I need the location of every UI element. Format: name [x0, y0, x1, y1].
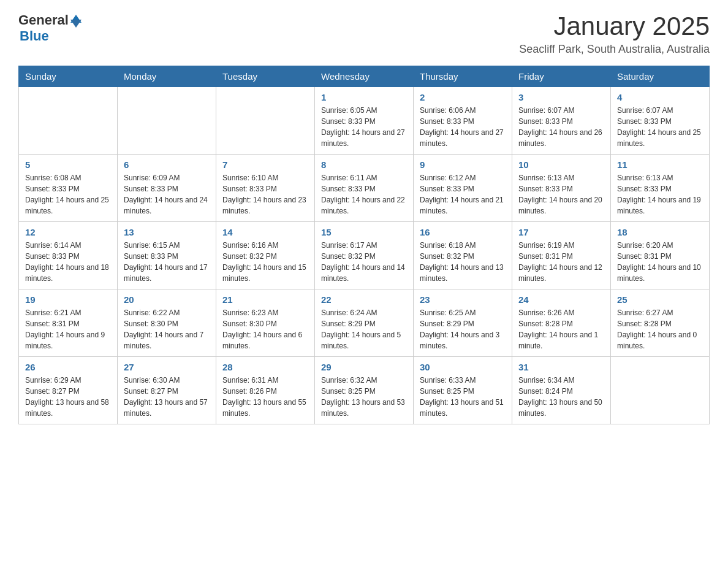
logo-text-blue: Blue: [20, 28, 49, 44]
calendar-header-row: Sunday Monday Tuesday Wednesday Thursday…: [19, 66, 710, 87]
day-info: Sunrise: 6:13 AM Sunset: 8:33 PM Dayligh…: [518, 172, 604, 216]
table-row: 2Sunrise: 6:06 AM Sunset: 8:33 PM Daylig…: [414, 87, 512, 155]
day-number: 30: [420, 362, 506, 372]
table-row: 27Sunrise: 6:30 AM Sunset: 8:27 PM Dayli…: [118, 357, 216, 424]
day-info: Sunrise: 6:31 AM Sunset: 8:26 PM Dayligh…: [222, 375, 308, 419]
day-number: 22: [321, 294, 407, 305]
table-row: 19Sunrise: 6:21 AM Sunset: 8:31 PM Dayli…: [19, 289, 118, 357]
table-row: 11Sunrise: 6:13 AM Sunset: 8:33 PM Dayli…: [611, 155, 710, 222]
day-number: 1: [321, 92, 407, 102]
table-row: 8Sunrise: 6:11 AM Sunset: 8:33 PM Daylig…: [315, 155, 414, 222]
day-number: 3: [518, 92, 604, 102]
day-info: Sunrise: 6:23 AM Sunset: 8:30 PM Dayligh…: [222, 307, 308, 351]
table-row: 29Sunrise: 6:32 AM Sunset: 8:25 PM Dayli…: [315, 357, 414, 424]
day-number: 21: [222, 294, 308, 305]
table-row: 31Sunrise: 6:34 AM Sunset: 8:24 PM Dayli…: [512, 357, 611, 424]
day-number: 8: [321, 159, 407, 170]
day-info: Sunrise: 6:34 AM Sunset: 8:24 PM Dayligh…: [518, 375, 604, 419]
day-number: 20: [124, 294, 210, 305]
calendar-week-row: 19Sunrise: 6:21 AM Sunset: 8:31 PM Dayli…: [19, 289, 710, 357]
day-info: Sunrise: 6:27 AM Sunset: 8:28 PM Dayligh…: [617, 307, 703, 351]
day-number: 19: [25, 294, 111, 305]
day-number: 7: [222, 159, 308, 170]
month-title: January 2025: [519, 12, 710, 40]
table-row: [118, 87, 216, 155]
table-row: 18Sunrise: 6:20 AM Sunset: 8:31 PM Dayli…: [611, 222, 710, 289]
logo-text-general: General: [18, 12, 69, 28]
day-info: Sunrise: 6:19 AM Sunset: 8:31 PM Dayligh…: [518, 240, 604, 284]
day-info: Sunrise: 6:06 AM Sunset: 8:33 PM Dayligh…: [420, 105, 506, 149]
table-row: 1Sunrise: 6:05 AM Sunset: 8:33 PM Daylig…: [315, 87, 414, 155]
day-number: 2: [420, 92, 506, 102]
header-friday: Friday: [512, 66, 611, 87]
table-row: 24Sunrise: 6:26 AM Sunset: 8:28 PM Dayli…: [512, 289, 611, 357]
table-row: 13Sunrise: 6:15 AM Sunset: 8:33 PM Dayli…: [118, 222, 216, 289]
day-number: 9: [420, 159, 506, 170]
table-row: 10Sunrise: 6:13 AM Sunset: 8:33 PM Dayli…: [512, 155, 611, 222]
day-number: 5: [25, 159, 111, 170]
day-number: 27: [124, 362, 210, 372]
location-subtitle: Seacliff Park, South Australia, Australi…: [519, 43, 710, 56]
day-info: Sunrise: 6:07 AM Sunset: 8:33 PM Dayligh…: [617, 105, 703, 149]
day-info: Sunrise: 6:08 AM Sunset: 8:33 PM Dayligh…: [25, 172, 111, 216]
day-info: Sunrise: 6:18 AM Sunset: 8:32 PM Dayligh…: [420, 240, 506, 284]
calendar-week-row: 26Sunrise: 6:29 AM Sunset: 8:27 PM Dayli…: [19, 357, 710, 424]
day-info: Sunrise: 6:16 AM Sunset: 8:32 PM Dayligh…: [222, 240, 308, 284]
day-number: 4: [617, 92, 703, 102]
day-number: 13: [124, 227, 210, 237]
header-thursday: Thursday: [414, 66, 512, 87]
table-row: 26Sunrise: 6:29 AM Sunset: 8:27 PM Dayli…: [19, 357, 118, 424]
day-info: Sunrise: 6:11 AM Sunset: 8:33 PM Dayligh…: [321, 172, 407, 216]
day-number: 6: [124, 159, 210, 170]
day-info: Sunrise: 6:26 AM Sunset: 8:28 PM Dayligh…: [518, 307, 604, 351]
table-row: 14Sunrise: 6:16 AM Sunset: 8:32 PM Dayli…: [216, 222, 315, 289]
table-row: 25Sunrise: 6:27 AM Sunset: 8:28 PM Dayli…: [611, 289, 710, 357]
day-number: 25: [617, 294, 703, 305]
table-row: 7Sunrise: 6:10 AM Sunset: 8:33 PM Daylig…: [216, 155, 315, 222]
day-info: Sunrise: 6:13 AM Sunset: 8:33 PM Dayligh…: [617, 172, 703, 216]
day-number: 10: [518, 159, 604, 170]
table-row: 23Sunrise: 6:25 AM Sunset: 8:29 PM Dayli…: [414, 289, 512, 357]
header-monday: Monday: [118, 66, 216, 87]
day-number: 17: [518, 227, 604, 237]
header-saturday: Saturday: [611, 66, 710, 87]
table-row: 4Sunrise: 6:07 AM Sunset: 8:33 PM Daylig…: [611, 87, 710, 155]
title-block: January 2025 Seacliff Park, South Austra…: [519, 12, 710, 56]
day-info: Sunrise: 6:21 AM Sunset: 8:31 PM Dayligh…: [25, 307, 111, 351]
table-row: [19, 87, 118, 155]
day-number: 29: [321, 362, 407, 372]
table-row: 17Sunrise: 6:19 AM Sunset: 8:31 PM Dayli…: [512, 222, 611, 289]
day-number: 31: [518, 362, 604, 372]
header-sunday: Sunday: [19, 66, 118, 87]
day-number: 23: [420, 294, 506, 305]
day-info: Sunrise: 6:30 AM Sunset: 8:27 PM Dayligh…: [124, 375, 210, 419]
table-row: 12Sunrise: 6:14 AM Sunset: 8:33 PM Dayli…: [19, 222, 118, 289]
day-info: Sunrise: 6:32 AM Sunset: 8:25 PM Dayligh…: [321, 375, 407, 419]
page-header: General Blue January 2025 Seacliff Park,…: [18, 12, 710, 56]
day-number: 28: [222, 362, 308, 372]
table-row: 20Sunrise: 6:22 AM Sunset: 8:30 PM Dayli…: [118, 289, 216, 357]
table-row: 30Sunrise: 6:33 AM Sunset: 8:25 PM Dayli…: [414, 357, 512, 424]
day-number: 18: [617, 227, 703, 237]
table-row: 6Sunrise: 6:09 AM Sunset: 8:33 PM Daylig…: [118, 155, 216, 222]
day-info: Sunrise: 6:09 AM Sunset: 8:33 PM Dayligh…: [124, 172, 210, 216]
table-row: 3Sunrise: 6:07 AM Sunset: 8:33 PM Daylig…: [512, 87, 611, 155]
table-row: 22Sunrise: 6:24 AM Sunset: 8:29 PM Dayli…: [315, 289, 414, 357]
table-row: 15Sunrise: 6:17 AM Sunset: 8:32 PM Dayli…: [315, 222, 414, 289]
day-number: 12: [25, 227, 111, 237]
table-row: 28Sunrise: 6:31 AM Sunset: 8:26 PM Dayli…: [216, 357, 315, 424]
day-number: 15: [321, 227, 407, 237]
calendar-week-row: 5Sunrise: 6:08 AM Sunset: 8:33 PM Daylig…: [19, 155, 710, 222]
day-info: Sunrise: 6:20 AM Sunset: 8:31 PM Dayligh…: [617, 240, 703, 284]
calendar-week-row: 12Sunrise: 6:14 AM Sunset: 8:33 PM Dayli…: [19, 222, 710, 289]
day-number: 24: [518, 294, 604, 305]
day-info: Sunrise: 6:15 AM Sunset: 8:33 PM Dayligh…: [124, 240, 210, 284]
table-row: 16Sunrise: 6:18 AM Sunset: 8:32 PM Dayli…: [414, 222, 512, 289]
day-info: Sunrise: 6:07 AM Sunset: 8:33 PM Dayligh…: [518, 105, 604, 149]
day-info: Sunrise: 6:22 AM Sunset: 8:30 PM Dayligh…: [124, 307, 210, 351]
table-row: [216, 87, 315, 155]
day-number: 14: [222, 227, 308, 237]
day-number: 11: [617, 159, 703, 170]
day-info: Sunrise: 6:29 AM Sunset: 8:27 PM Dayligh…: [25, 375, 111, 419]
table-row: [611, 357, 710, 424]
